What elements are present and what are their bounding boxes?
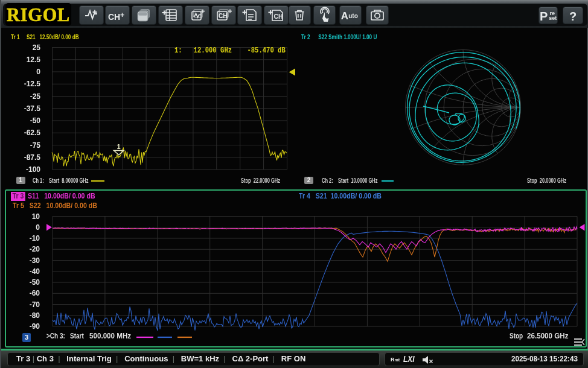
svg-text:CH: CH [273, 12, 283, 19]
svg-text:CH: CH [219, 13, 227, 19]
